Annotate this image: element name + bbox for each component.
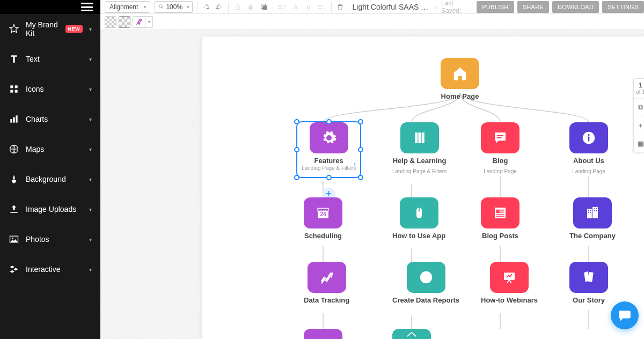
sidebar-item-interactive[interactable]: Interactive ▾ (0, 254, 100, 284)
node-title: The Company (569, 232, 616, 240)
node-data-tracking[interactable]: Data Tracking (304, 262, 349, 305)
node-blog[interactable]: Blog Landing Page (481, 122, 519, 175)
node-scheduling[interactable]: 24 Scheduling (304, 197, 342, 240)
redo-icon[interactable] (215, 2, 224, 12)
photos-icon (9, 234, 19, 245)
svg-rect-49 (590, 210, 591, 211)
edit-icon (433, 4, 439, 10)
building-icon (573, 197, 612, 229)
resize-handle-se[interactable] (358, 175, 363, 180)
node-title: About Us (573, 157, 604, 165)
eyedropper-icon[interactable] (133, 17, 145, 27)
node-the-company[interactable]: The Company (569, 197, 616, 240)
svg-rect-11 (236, 6, 239, 9)
chevron-down-icon: ▾ (89, 26, 92, 32)
chat-button[interactable] (611, 301, 639, 329)
sidebar: My Brand Kit NEW ▾ Text ▾ Icons ▾ Charts… (0, 0, 100, 339)
zoom-select[interactable]: 100% (155, 1, 193, 13)
node-how-to-use[interactable]: How to Use App (392, 197, 445, 240)
send-back-icon: ≡↓ (318, 2, 327, 12)
node-title: Create Data Reports (392, 296, 459, 305)
partial-tile (304, 329, 342, 339)
copy-icon[interactable] (259, 2, 268, 12)
sidebar-item-text[interactable]: Text ▾ (0, 44, 100, 74)
resize-handle-w[interactable] (294, 147, 299, 152)
chevron-down-icon: ▾ (89, 86, 92, 92)
main: Alignment 100% ≡↑ ∧ ∨ ≡↓ Light Colorful … (100, 0, 644, 339)
hamburger-icon[interactable] (81, 3, 93, 11)
grid-toggle-2[interactable] (119, 16, 130, 28)
svg-rect-53 (596, 208, 597, 209)
grid-toggle-1[interactable] (105, 16, 116, 28)
canvas[interactable]: Home Page Features Landing Page & Filter… (100, 30, 644, 339)
add-page-icon[interactable]: ＋ (634, 116, 644, 135)
chevron-down-icon: ▾ (89, 116, 92, 122)
icons-icon (9, 84, 19, 94)
sidebar-item-charts[interactable]: Charts ▾ (0, 104, 100, 134)
upload-icon (9, 204, 19, 215)
node-partial-2[interactable] (392, 329, 431, 339)
node-about-us[interactable]: About Us Landing Page (569, 122, 608, 175)
chevron-down-icon[interactable]: ▾ (145, 17, 152, 27)
sidebar-item-background[interactable]: Background ▾ (0, 164, 100, 194)
resize-handle-ne[interactable] (358, 119, 363, 124)
node-title: Help & Learning (393, 157, 447, 165)
node-title: Home Page (441, 92, 479, 101)
newspaper-icon (481, 197, 519, 229)
node-title: Blog Posts (482, 232, 518, 240)
share-button[interactable]: SHARE (517, 1, 549, 13)
node-our-story[interactable]: Our Story (569, 262, 608, 305)
chevron-down-icon: ▾ (89, 237, 92, 242)
svg-rect-41 (496, 210, 500, 213)
sidebar-item-label: My Brand Kit (26, 20, 59, 38)
sidebar-item-icons[interactable]: Icons ▾ (0, 74, 100, 104)
node-subtitle: Landing Page & Filters (392, 168, 447, 175)
node-help-learning[interactable]: Help & Learning Landing Page & Filters (392, 122, 447, 175)
resize-handle-nw[interactable] (294, 119, 299, 124)
settings-button[interactable]: SETTINGS (602, 1, 643, 13)
node-create-reports[interactable]: Create Data Reports (392, 262, 459, 305)
undo-icon[interactable] (202, 2, 211, 12)
sidebar-item-photos[interactable]: Photos ▾ (0, 224, 100, 254)
svg-text:24: 24 (320, 211, 326, 217)
svg-rect-43 (500, 212, 504, 213)
svg-rect-55 (596, 210, 597, 211)
alignment-select[interactable]: Alignment (105, 1, 150, 13)
svg-rect-50 (588, 212, 589, 213)
svg-rect-44 (496, 215, 504, 216)
node-blog-posts[interactable]: Blog Posts (481, 197, 519, 240)
page[interactable]: Home Page Features Landing Page & Filter… (202, 36, 644, 339)
background-icon (9, 174, 19, 185)
maps-icon (9, 144, 19, 154)
publish-button[interactable]: PUBLISH (477, 1, 514, 13)
grid-view-icon[interactable]: ▦ (634, 135, 644, 152)
node-features[interactable]: Features Landing Page & Filters I + (297, 122, 360, 201)
svg-rect-13 (262, 5, 267, 10)
node-partial-1[interactable] (304, 329, 342, 339)
resize-handle-n[interactable] (326, 119, 332, 124)
sidebar-item-label: Image Uploads (26, 205, 83, 213)
text-icon (9, 54, 19, 64)
resize-handle-e[interactable] (358, 147, 363, 152)
download-button[interactable]: DOWNLOAD (552, 1, 599, 13)
duplicate-page-icon[interactable]: ⧉ (634, 99, 644, 116)
trash-icon[interactable] (336, 2, 345, 12)
eyedropper-tool[interactable]: ▾ (133, 16, 153, 28)
resize-handle-s[interactable] (326, 175, 332, 180)
svg-rect-46 (587, 209, 592, 219)
svg-rect-42 (500, 210, 504, 211)
sidebar-item-image-uploads[interactable]: Image Uploads ▾ (0, 194, 100, 224)
resize-handle-sw[interactable] (294, 175, 299, 180)
node-howto-webinars[interactable]: How-to Webinars (481, 262, 538, 305)
sidebar-item-maps[interactable]: Maps ▾ (0, 134, 100, 164)
forward-icon: ∧ (291, 2, 300, 12)
star-icon (9, 24, 19, 34)
chevron-down-icon: ▾ (89, 176, 92, 182)
node-subtitle[interactable]: Landing Page & Filters (302, 165, 356, 172)
sidebar-item-brand-kit[interactable]: My Brand Kit NEW ▾ (0, 14, 100, 44)
calendar-icon: 24 (304, 197, 342, 229)
graph-icon (308, 262, 346, 293)
badge-new: NEW (65, 25, 83, 33)
charts-icon (9, 114, 19, 124)
node-home-page[interactable]: Home Page (441, 58, 479, 101)
